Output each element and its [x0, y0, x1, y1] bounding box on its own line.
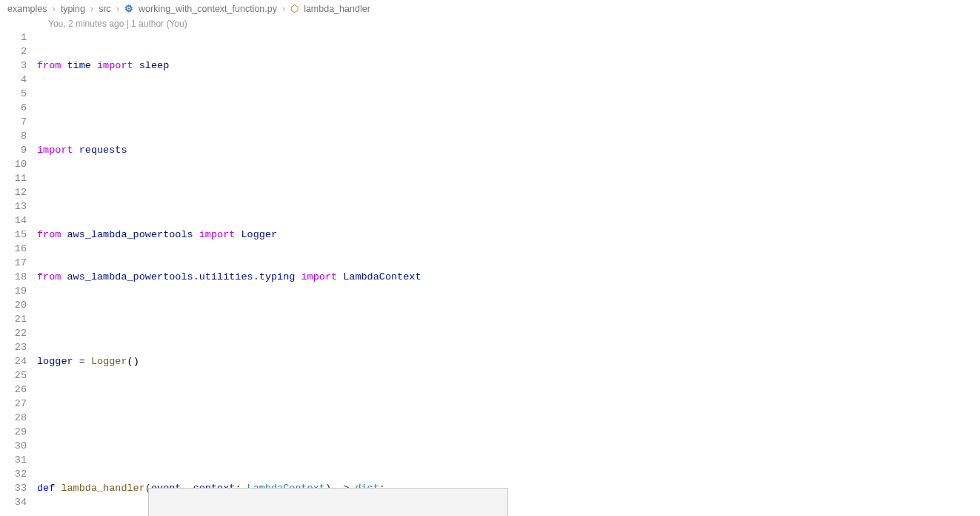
line-number: 24 [0, 354, 27, 368]
line-number: 27 [0, 397, 27, 411]
code-line[interactable] [37, 101, 980, 115]
line-number: 3 [0, 59, 27, 73]
line-number: 34 [0, 495, 27, 509]
line-number: 25 [0, 368, 27, 383]
breadcrumb-part[interactable]: examples [7, 4, 47, 14]
code-area[interactable]: from time import sleep import requests f… [37, 30, 980, 516]
line-number: 4 [0, 73, 27, 87]
line-number: 21 [0, 312, 27, 326]
breadcrumb-part[interactable]: working_with_context_function.py [139, 4, 277, 14]
code-line[interactable]: logger = Logger() [37, 354, 980, 368]
breadcrumb-part[interactable]: typing [61, 4, 85, 14]
intellisense-tooltip[interactable]: (method) get_remaining_time_in_millis: (… [148, 488, 508, 516]
line-number: 8 [0, 129, 27, 143]
breadcrumb-part[interactable]: src [99, 4, 111, 14]
code-line[interactable]: import requests [37, 143, 980, 157]
line-number: 32 [0, 467, 27, 481]
line-number: 2 [0, 44, 27, 59]
chevron-right-icon: › [282, 4, 285, 14]
chevron-right-icon: › [90, 4, 93, 14]
code-line[interactable]: def lambda_handler(event, context: Lambd… [37, 481, 980, 495]
line-number: 18 [0, 270, 27, 284]
symbol-function-icon: ⬡ [290, 3, 299, 14]
line-number: 23 [0, 340, 27, 354]
code-line[interactable]: from aws_lambda_powertools.utilities.typ… [37, 270, 980, 284]
line-number: 26 [0, 383, 27, 397]
code-line[interactable] [37, 397, 980, 411]
code-line[interactable] [37, 185, 980, 199]
line-number: 1 [0, 30, 27, 44]
git-blame-annotation: You, 2 minutes ago | 1 author (You) [0, 17, 980, 30]
line-number: 16 [0, 242, 27, 256]
line-number: 9 [0, 143, 27, 157]
line-number: 20 [0, 298, 27, 312]
line-number: 6 [0, 101, 27, 115]
line-number: 13 [0, 199, 27, 214]
line-number: 30 [0, 439, 27, 453]
line-number: 10 [0, 157, 27, 171]
breadcrumb-part[interactable]: lambda_handler [304, 4, 370, 14]
line-number: 28 [0, 411, 27, 425]
chevron-right-icon: › [116, 4, 119, 14]
code-line[interactable] [37, 439, 980, 453]
line-number-gutter: 1 2 3 4 5 6 7 8 9 10 11 12 13 14 15 16 1… [0, 30, 37, 516]
code-line[interactable]: from aws_lambda_powertools import Logger [37, 228, 980, 242]
line-number: 5 [0, 87, 27, 101]
line-number: 22 [0, 326, 27, 340]
breadcrumb[interactable]: examples › typing › src › ⚙ working_with… [0, 0, 980, 17]
line-number: 15 [0, 228, 27, 242]
line-number: 31 [0, 453, 27, 467]
line-number: 7 [0, 115, 27, 129]
code-editor[interactable]: 1 2 3 4 5 6 7 8 9 10 11 12 13 14 15 16 1… [0, 30, 980, 516]
line-number: 33 [0, 481, 27, 495]
code-line[interactable] [37, 312, 980, 326]
line-number: 11 [0, 171, 27, 185]
line-number: 14 [0, 214, 27, 228]
chevron-right-icon: › [53, 4, 56, 14]
line-number: 17 [0, 256, 27, 270]
line-number: 19 [0, 284, 27, 298]
line-number: 29 [0, 425, 27, 439]
python-file-icon: ⚙ [124, 3, 133, 14]
line-number: 12 [0, 185, 27, 199]
code-line[interactable]: from time import sleep [37, 59, 980, 73]
